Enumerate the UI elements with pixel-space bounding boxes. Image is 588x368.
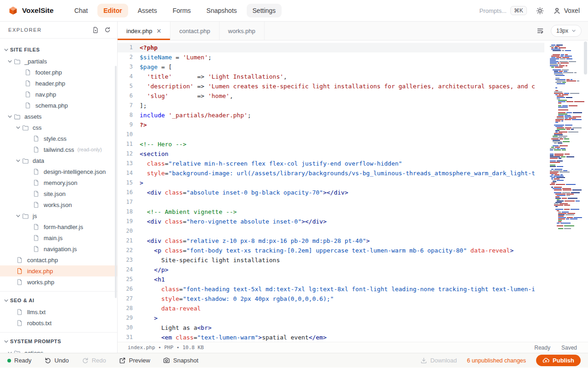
tree-item-index.php[interactable]: index.php (0, 265, 117, 276)
tree-item-contact.php[interactable]: contact.php (0, 254, 117, 265)
tree-item-llms.txt[interactable]: llms.txt (0, 306, 117, 317)
nav-item-settings[interactable]: Settings (247, 4, 282, 17)
snapshot-button[interactable]: Snapshot (163, 357, 198, 364)
nav-item-assets[interactable]: Assets (132, 4, 163, 17)
code-line-14[interactable]: 14 style="background-image: url(/assets/… (118, 168, 544, 178)
refresh-icon[interactable] (104, 27, 111, 33)
code-line-23[interactable]: 23 Site-specific light installations (118, 255, 544, 265)
code-content: <p class="font-body text-xs tracking-[0.… (140, 246, 544, 255)
code-line-30[interactable]: 30 Light as a<br> (118, 323, 544, 333)
code-line-15[interactable]: 15> (118, 178, 544, 188)
word-wrap-icon[interactable] (537, 27, 544, 34)
user-menu[interactable]: Voxel (553, 7, 580, 15)
code-line-18[interactable]: 18 <!-- Ambient vignette --> (118, 207, 544, 217)
tree-item-assets[interactable]: assets (0, 111, 117, 122)
tree-section-seo-ai[interactable]: SEO & AI (0, 294, 117, 306)
code-editor[interactable]: 1<?php2$siteName = 'Lumen';3$page = [4 '… (118, 40, 588, 342)
redo-button[interactable]: Redo (82, 357, 106, 364)
code-line-11[interactable]: 11<!-- Hero --> (118, 139, 544, 149)
code-line-9[interactable]: 9?> (118, 120, 544, 130)
tree-item-design-intelligence.json[interactable]: design-intelligence.json (0, 166, 117, 177)
code-line-17[interactable]: 17 (118, 197, 544, 207)
tree-item-footer.php[interactable]: footer.php (0, 67, 117, 78)
code-line-19[interactable]: 19 <div class="hero-vignette absolute in… (118, 217, 544, 226)
brand[interactable]: VoxelSite (8, 6, 54, 16)
tree-item-site.json[interactable]: site.json (0, 188, 117, 199)
code-line-21[interactable]: 21 <div class="relative z-10 px-8 md:px-… (118, 236, 544, 246)
code-line-2[interactable]: 2$siteName = 'Lumen'; (118, 52, 544, 62)
preview-button[interactable]: Preview (119, 357, 150, 364)
explorer-sidebar: EXPLORER SITE FILES_partialsfooter.phphe… (0, 22, 118, 353)
tree-item-robots.txt[interactable]: robots.txt (0, 317, 117, 328)
editor-scrollbar[interactable] (583, 40, 588, 342)
code-line-8[interactable]: 8include '_partials/header.php'; (118, 110, 544, 120)
nav-item-editor[interactable]: Editor (97, 4, 128, 17)
tree-item-form-handler.js[interactable]: form-handler.js (0, 221, 117, 232)
tab-index.php[interactable]: index.php✕ (118, 22, 170, 40)
code-line-6[interactable]: 6 'slug' => 'home', (118, 91, 544, 101)
code-line-20[interactable]: 20 (118, 226, 544, 236)
code-content: 'title' => 'Light Installations', (140, 72, 544, 81)
topbar-right: Prompts... ⌘K Voxel (479, 6, 580, 15)
code-line-10[interactable]: 10 (118, 130, 544, 139)
code-line-12[interactable]: 12<section (118, 149, 544, 159)
code-line-22[interactable]: 22 <p class="font-body text-xs tracking-… (118, 246, 544, 255)
nav-item-chat[interactable]: Chat (68, 4, 94, 17)
tab-works.php[interactable]: works.php (220, 22, 265, 40)
code-line-1[interactable]: 1<?php (118, 43, 544, 52)
tree-divider (0, 332, 117, 333)
tree-item-navigation.js[interactable]: navigation.js (0, 243, 117, 254)
tree-item-label: actions (24, 350, 43, 353)
unpublished-changes[interactable]: 6 unpublished changes (467, 357, 526, 364)
tab-contact.php[interactable]: contact.php (170, 22, 219, 40)
minimap[interactable] (549, 42, 582, 230)
publish-button[interactable]: Publish (536, 355, 581, 366)
tree-item-works.php[interactable]: works.php (0, 276, 117, 288)
new-file-icon[interactable] (92, 27, 99, 33)
tree-item-css[interactable]: css (0, 122, 117, 133)
nav-item-snapshots[interactable]: Snapshots (200, 4, 243, 17)
tree-item-data[interactable]: data (0, 155, 117, 166)
tree-item-label: works.php (27, 279, 54, 286)
tree-section-system-prompts[interactable]: SYSTEM PROMPTS (0, 335, 117, 347)
code-line-24[interactable]: 24 </p> (118, 265, 544, 275)
tree-item-main.js[interactable]: main.js (0, 232, 117, 243)
folder-icon (14, 113, 21, 120)
tree-item-memory.json[interactable]: memory.json (0, 177, 117, 188)
tree-item-js[interactable]: js (0, 210, 117, 221)
code-line-5[interactable]: 5 'description' => 'Lumen creates site-s… (118, 81, 544, 91)
code-line-7[interactable]: 7]; (118, 101, 544, 110)
tree-item--partials[interactable]: _partials (0, 56, 117, 67)
prompts-button[interactable]: Prompts... ⌘K (479, 6, 526, 15)
sidebar-scrollbar[interactable] (115, 66, 117, 298)
code-line-25[interactable]: 25 <h1 (118, 275, 544, 284)
tree-item-nav.php[interactable]: nav.php (0, 89, 117, 100)
tree-item-actions[interactable]: actions (0, 347, 117, 353)
code-line-3[interactable]: 3$page = [ (118, 62, 544, 72)
theme-toggle-sun-icon[interactable] (536, 7, 544, 15)
tree-item-schema.php[interactable]: schema.php (0, 100, 117, 111)
code-content: <div class="hero-vignette absolute inset… (140, 217, 544, 226)
code-line-13[interactable]: 13 class="relative min-h-screen flex fle… (118, 159, 544, 168)
code-line-16[interactable]: 16 <div class="absolute inset-0 bg-black… (118, 188, 544, 197)
explorer-title: EXPLORER (8, 27, 42, 33)
code-line-31[interactable]: 31 <em class="text-lumen-warm">spatial e… (118, 333, 544, 342)
close-tab-icon[interactable]: ✕ (156, 28, 161, 34)
tree-item-tailwind.css[interactable]: tailwind.css(read-only) (0, 144, 117, 155)
tree-item-works.json[interactable]: works.json (0, 199, 117, 210)
code-line-29[interactable]: 29 > (118, 313, 544, 323)
tree-item-label: contact.php (27, 257, 58, 264)
code-line-27[interactable]: 27 style="text-shadow: 0 2px 40px rgba(0… (118, 294, 544, 304)
tree-item-header.php[interactable]: header.php (0, 78, 117, 89)
undo-button[interactable]: Undo (45, 357, 69, 364)
nav-item-forms[interactable]: Forms (167, 4, 197, 17)
tree-item-style.css[interactable]: style.css (0, 133, 117, 144)
font-size-selector[interactable]: 13px (551, 25, 582, 37)
code-line-4[interactable]: 4 'title' => 'Light Installations', (118, 72, 544, 81)
tree-section-site-files[interactable]: SITE FILES (0, 44, 117, 56)
code-line-28[interactable]: 28 data-reveal (118, 304, 544, 313)
download-button[interactable]: Download (420, 357, 457, 364)
code-content: <!-- Ambient vignette --> (140, 207, 544, 217)
tree-item-label: tailwind.css (44, 146, 74, 153)
code-line-26[interactable]: 26 class="font-heading text-5xl md:text-… (118, 284, 544, 294)
